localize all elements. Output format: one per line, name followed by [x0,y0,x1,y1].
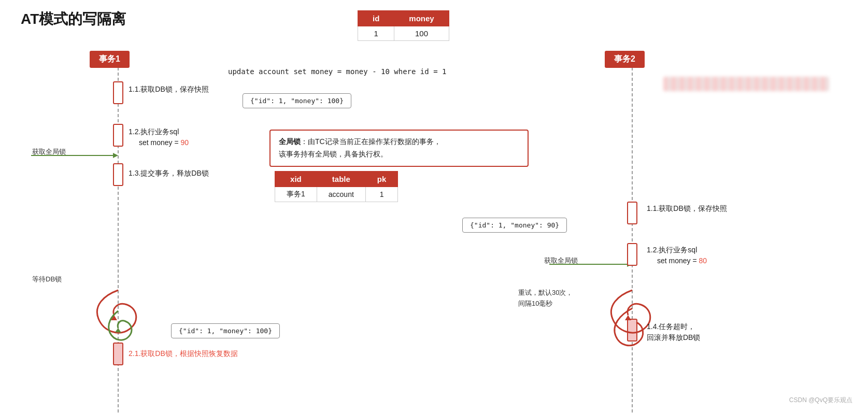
tooltip-title: 全局锁 [279,137,301,146]
page-title: AT模式的写隔离 [21,9,126,29]
lock-table-cell-table: account [317,187,365,202]
step-tx1-1-3: 1.3.提交事务，释放DB锁 [129,168,209,179]
db-table-cell-money: 100 [394,26,449,41]
watermark: CSDN @QvQ要乐观点 [789,396,852,405]
global-lock-table: xid table pk 事务1 account 1 [275,171,398,202]
lock-table-cell-pk: 1 [365,187,398,202]
step-tx2-1-4: 1.4.任务超时， 回滚并释放DB锁 [647,321,700,343]
global-lock-label-tx1: 获取全局锁 [32,147,66,156]
lock-table-header-xid: xid [275,172,317,187]
tx2-label: 事务2 [605,51,645,68]
svg-rect-10 [628,202,637,224]
lock-table-header-table: table [317,172,365,187]
step-tx1-1-1: 1.1.获取DB锁，保存快照 [129,84,209,95]
lock-table-header-pk: pk [365,172,398,187]
step-tx2-1-4-line1: 1.4.任务超时， [647,322,695,331]
step-tx2-1-2-val: 80 [699,257,707,265]
db-table-header-money: money [394,11,449,26]
lock-table-cell-xid: 事务1 [275,187,317,202]
tooltip-text: ：由TC记录当前正在操作某行数据的事务，该事务持有全局锁，具备执行权。 [279,137,441,158]
svg-marker-5 [627,262,632,267]
step-tx1-1-2-val: 90 [181,138,189,147]
sql-text: update account set money = money - 10 wh… [228,67,446,76]
step-tx2-1-1: 1.1.获取DB锁，保存快照 [647,203,727,214]
svg-rect-11 [628,244,637,265]
svg-rect-6 [113,82,123,104]
svg-marker-3 [113,153,118,158]
retry-text: 重试，默认30次， 间隔10毫秒 [518,289,573,307]
blurred-area-1 [663,77,829,91]
step-tx1-2-1: 2.1.获取DB锁，根据快照恢复数据 [129,348,238,359]
tx1-label: 事务1 [90,51,130,68]
json-bubble-3: {"id": 1, "money": 100} [171,323,280,338]
svg-marker-13 [111,315,117,320]
json-bubble-1: {"id": 1, "money": 100} [243,93,351,108]
wait-db-lock-label: 等待DB锁 [32,275,62,284]
svg-marker-15 [625,315,631,320]
svg-marker-14 [115,328,121,333]
global-lock-tooltip: 全局锁：由TC记录当前正在操作某行数据的事务，该事务持有全局锁，具备执行权。 [269,130,529,167]
svg-rect-8 [113,164,123,186]
global-lock-label-tx2: 获取全局锁 [544,256,578,265]
svg-rect-9 [113,343,123,365]
step-tx1-1-2-line1: 1.2.执行业务sql [129,127,179,136]
db-table: id money 1 100 [358,10,449,41]
step-tx2-1-2-line1: 1.2.执行业务sql [647,246,697,254]
retry-label: 重试，默认30次， 间隔10毫秒 [518,288,573,309]
step-tx2-1-2: 1.2.执行业务sql set money = 80 [647,245,707,266]
svg-rect-12 [628,319,637,341]
db-table-header-id: id [358,11,394,26]
step-tx1-1-2-line2-text: set money = [139,138,181,147]
step-tx1-1-2: 1.2.执行业务sql set money = 90 [129,126,189,148]
step-tx2-1-2-line2: set money = [657,257,699,265]
svg-rect-7 [113,124,123,146]
step-tx2-1-4-line2: 回滚并释放DB锁 [647,333,700,341]
json-bubble-2: {"id": 1, "money": 90} [462,218,567,233]
db-table-cell-id: 1 [358,26,394,41]
